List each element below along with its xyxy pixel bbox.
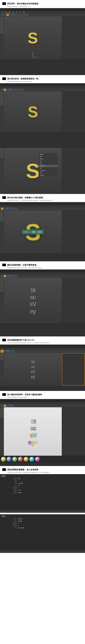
c4d-screenshot-5: St sc sV ey: [0, 344, 85, 391]
titlebar: [0, 8, 85, 11]
context-menu-item[interactable]: 线性切割: [39, 174, 57, 176]
context-menu-item[interactable]: 沿法线缩放: [39, 170, 57, 172]
step-subtitle: 渲染设置一般常识就不细说了可想练效果图可以拿套弄数值，自己弄也可以慢慢来。: [2, 472, 83, 473]
tool-icon[interactable]: [4, 14, 6, 16]
side-tool-icon[interactable]: [0, 27, 3, 30]
step-title: 渲染设置里设置参数，加入全局光照: [2, 468, 83, 471]
material-ball[interactable]: [24, 457, 29, 462]
letter-s-model: S: [26, 159, 40, 183]
tool-icon[interactable]: [1, 14, 3, 16]
step-subtitle: 挤压完成后再沿法线缩放，四次分裂，围绕分段。: [2, 81, 83, 82]
popup-label: 细分数量: [24, 231, 28, 233]
toolbar: [0, 13, 85, 16]
sidebar-left: [0, 16, 4, 60]
context-menu-item[interactable]: 倒角: [39, 172, 57, 174]
step-title: 我们再次挤压，数值跟前面挤压一样。: [2, 78, 83, 80]
step-subtitle: 例分别加入模型如下图，这比头课再讲。: [2, 396, 83, 398]
material-browser[interactable]: [0, 456, 85, 463]
step-title: 执行命令细分曲面，快捷键ALT+细分曲面。: [2, 196, 83, 199]
material-ball[interactable]: [1, 457, 6, 462]
material-ball[interactable]: [35, 457, 40, 462]
panel-bottom: [0, 60, 85, 75]
side-tool-icon[interactable]: [0, 30, 3, 33]
step-subtitle: 我们放大中间的部分，让字体整体看起小一点。: [2, 6, 83, 7]
letter-s-extruded: S: [28, 103, 38, 121]
context-menu-item[interactable]: 细分曲面: [39, 165, 57, 167]
c4d-screenshot-7b: 全局光照 主算法辐照缓存 二次算法辐照缓存 漫射深度2 Gamma1 采样自定义…: [0, 514, 85, 553]
side-tool-icon[interactable]: [0, 20, 3, 23]
tool-icon[interactable]: [12, 14, 15, 16]
tool-icon[interactable]: [26, 14, 29, 16]
step-title: 挤压完毕，再次右键点击沿法线缩放。: [2, 2, 83, 5]
tool-icon[interactable]: [15, 14, 18, 16]
cancel-button[interactable]: 取消: [37, 231, 42, 233]
step-subtitle: 其他模型用同样的方法建出以后调位置，这里参考我们的位置就可以。: [2, 267, 83, 269]
step-subtitle: 空白对象加入选择域如图比较简单就不知详细了，给了群组打上目标签点完成就好。: [2, 342, 83, 344]
context-menu-item[interactable]: 视图: [39, 156, 57, 158]
context-menu-item[interactable]: 挤压: [39, 167, 57, 170]
context-menu-item[interactable]: 选项: [39, 162, 57, 165]
render-title: 渲染设置: [1, 476, 84, 478]
c4d-screenshot-4: St sc sV ey: [0, 270, 85, 336]
tool-icon[interactable]: [18, 14, 20, 16]
model-stack: St sc sV ey: [29, 287, 36, 315]
material-ball[interactable]: [12, 457, 17, 462]
tool-icon[interactable]: [9, 14, 12, 16]
panel-right: [62, 16, 85, 60]
side-tool-icon[interactable]: [0, 24, 3, 27]
step-subtitle: 这样我们的字体卡通化了，我们用同样的方法建立其他模型，大家可以自己建更多模型。: [2, 200, 83, 201]
context-menu-item[interactable]: 撤销操作: [39, 153, 57, 156]
step-title: 这时候模型建完打个组"ALT+G": [2, 339, 83, 341]
material-ball[interactable]: [29, 457, 34, 462]
gi-title: 全局光照: [1, 516, 84, 518]
model-stack: St sc sV ey: [31, 360, 35, 380]
tool-icon[interactable]: [21, 14, 23, 16]
ok-button[interactable]: 确定: [32, 231, 36, 233]
popup-value[interactable]: 2: [29, 231, 30, 232]
context-menu[interactable]: 撤销操作 视图 摄像机 显示 选项 细分曲面 挤压 沿法线缩放 倒角 线性切割: [39, 153, 58, 177]
render-settings-panel-gi[interactable]: 全局光照 主算法辐照缓存 二次算法辐照缓存 漫射深度2 Gamma1 采样自定义…: [0, 514, 85, 550]
ball-icon: [35, 442, 38, 444]
step-title: 加入调好的材质球，宝宝各个颜色的都有: [2, 393, 83, 396]
menubar[interactable]: 文件 编辑 创建 模式 选择 工具 网格: [0, 11, 85, 13]
tool-icon[interactable]: [7, 14, 9, 16]
viewport[interactable]: S: [4, 16, 62, 60]
subdivide-popup[interactable]: 细分数量 2 确定 取消: [22, 230, 44, 234]
render-settings-panel[interactable]: 渲染设置 渲染器标准 输出 宽度1280 像素 高度720 锁定比率✓ 分辨率7…: [0, 474, 85, 510]
c4d-screenshot-1: 文件 编辑 创建 模式 选择 工具 网格: [0, 8, 85, 75]
c4d-screenshot-3: S 细分数量 2 确定 取消: [0, 202, 85, 261]
context-menu-item[interactable]: 摄像机: [39, 158, 57, 160]
side-tool-icon[interactable]: [0, 17, 3, 20]
tool-icon[interactable]: [24, 14, 26, 16]
step-title: 最后完成的模型，注意位置和角度。: [2, 264, 83, 266]
c4d-screenshot-7a: 渲染设置 渲染器标准 输出 宽度1280 像素 高度720 锁定比率✓ 分辨率7…: [0, 474, 85, 513]
letter-s-model: S: [28, 29, 38, 47]
c4d-screenshot-6: St sc sV ey: [0, 399, 85, 466]
context-menu-item[interactable]: 显示: [39, 160, 57, 162]
material-ball[interactable]: [7, 457, 12, 462]
material-ball[interactable]: [18, 457, 23, 462]
c4d-screenshot-2: S S 撤销操作 视图 摄像机 显示 选项 细分曲面 挤压 沿法线缩放 倒角: [0, 83, 85, 194]
model-stack-colored: St sc sV ey: [28, 418, 38, 446]
